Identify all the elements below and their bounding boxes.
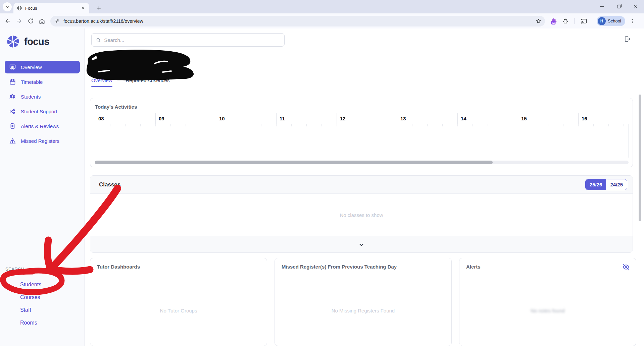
sidebar: focus Overview Timetable	[0, 28, 85, 346]
activities-title: Today's Activities	[95, 104, 137, 110]
search-input[interactable]	[104, 37, 280, 43]
hide-alerts-button[interactable]	[621, 262, 631, 272]
sidebar-search-link-students[interactable]: Students	[5, 278, 80, 291]
window-controls	[594, 0, 644, 13]
hour-cell: 16	[579, 113, 629, 124]
site-info-icon	[54, 18, 60, 24]
reload-button[interactable]	[25, 15, 36, 27]
sidebar-search-link-courses[interactable]: Courses	[5, 291, 80, 304]
card-title: Tutor Dashboards	[97, 264, 140, 270]
search-icon	[96, 37, 101, 43]
year-button-24-25[interactable]: 24/25	[606, 179, 627, 190]
classes-header: Classes 25/26 24/25	[90, 176, 633, 194]
tab-reported-absences[interactable]: Reported Absences	[126, 77, 170, 87]
app-logo: focus	[6, 35, 49, 49]
chevron-down-icon	[358, 241, 365, 248]
tab-overview[interactable]: Overview	[91, 77, 112, 87]
tab-title: Focus	[25, 6, 77, 11]
extension-badge: rw	[551, 21, 555, 24]
focus-aperture-icon	[6, 35, 20, 49]
hour-cell: 12	[337, 113, 397, 124]
app-window: focus Overview Timetable	[0, 28, 644, 346]
extensions-button[interactable]	[560, 15, 571, 27]
main-header	[85, 28, 644, 49]
toolbar-divider	[575, 18, 575, 24]
warning-triangle-icon	[9, 137, 16, 145]
tab-strip: Focus	[0, 0, 644, 13]
timeline-scrollbar-thumb[interactable]	[95, 161, 493, 164]
todays-activities-card: Today's Activities 08 09 10 11 12 13 14 …	[90, 98, 633, 167]
sidebar-item-label: Alerts & Reviews	[21, 123, 59, 129]
close-icon	[633, 4, 638, 9]
sidebar-item-alerts-reviews[interactable]: Alerts & Reviews	[5, 120, 80, 132]
card-empty-message: No Tutor Groups	[90, 308, 267, 313]
sidebar-item-student-support[interactable]: Student Support	[5, 105, 80, 118]
year-button-25-26[interactable]: 25/26	[586, 179, 606, 190]
sidebar-item-label: Timetable	[21, 79, 43, 85]
sidebar-item-timetable[interactable]: Timetable	[5, 75, 80, 88]
chevron-down-icon	[5, 5, 9, 9]
card-title: Alerts	[466, 264, 481, 270]
hour-cell: 11	[277, 113, 337, 124]
logout-icon	[624, 35, 631, 43]
minimize-button[interactable]	[594, 0, 610, 13]
kebab-menu-icon	[630, 18, 635, 24]
url-text: focus.barton.ac.uk/staff/2116/overview	[63, 18, 532, 24]
hour-cell: 09	[156, 113, 216, 124]
sidebar-item-label: Overview	[21, 64, 42, 70]
profile-tabs: Overview Reported Absences	[91, 77, 169, 87]
read-write-extension-icon[interactable]: rw	[550, 17, 558, 25]
profile-chip[interactable]: H School	[597, 16, 625, 26]
logout-button[interactable]	[623, 34, 632, 44]
eye-off-icon	[622, 263, 630, 271]
sidebar-search-link-rooms[interactable]: Rooms	[5, 316, 80, 329]
new-tab-button[interactable]	[94, 3, 103, 13]
hour-cell: 10	[216, 113, 277, 124]
arrow-right-icon	[16, 18, 22, 24]
missed-registers-card: Missed Register(s) From Previous Teachin…	[275, 258, 452, 346]
browser-menu-button[interactable]	[627, 15, 638, 27]
timeline-hours-header: 08 09 10 11 12 13 14 15 16	[95, 113, 629, 124]
home-button[interactable]	[36, 15, 48, 27]
tutor-dashboards-card: Tutor Dashboards No Tutor Groups	[90, 258, 267, 346]
hour-cell: 14	[458, 113, 518, 124]
plus-icon	[96, 6, 101, 11]
cast-button[interactable]	[578, 15, 590, 27]
document-icon	[9, 122, 16, 130]
profile-label: School	[608, 18, 621, 23]
bookmark-star-icon[interactable]	[536, 18, 542, 24]
browser-tab[interactable]: Focus	[13, 3, 89, 13]
hour-cell: 15	[518, 113, 579, 124]
maximize-button[interactable]	[610, 0, 627, 13]
tab-close-icon[interactable]	[80, 5, 86, 11]
sidebar-item-label: Missed Registers	[21, 138, 59, 144]
page: Focus	[0, 0, 644, 346]
sidebar-item-missed-registers[interactable]: Missed Registers	[5, 134, 80, 147]
share-nodes-icon	[9, 108, 16, 115]
timeline-body	[95, 124, 629, 158]
page-scrollbar-thumb[interactable]	[639, 95, 641, 221]
close-window-button[interactable]	[627, 0, 644, 13]
global-search[interactable]	[91, 33, 285, 47]
sidebar-item-students[interactable]: Students	[5, 90, 80, 103]
classes-section: Classes 25/26 24/25 No classes to show	[90, 175, 633, 253]
timeline-ticks	[95, 124, 628, 126]
timeline-scrollbar[interactable]	[95, 161, 629, 164]
dashboard-cards-row: Tutor Dashboards No Tutor Groups Missed …	[90, 258, 636, 346]
classes-expand-button[interactable]	[90, 236, 633, 253]
sidebar-item-overview[interactable]: Overview	[5, 61, 80, 73]
sidebar-search-link-staff[interactable]: Staff	[5, 304, 80, 316]
users-icon	[9, 93, 16, 100]
toolbar-divider	[593, 18, 593, 24]
tab-search-button[interactable]	[3, 2, 12, 11]
home-icon	[39, 18, 45, 24]
presentation-icon	[9, 63, 16, 71]
logo-text: focus	[24, 36, 49, 47]
url-bar[interactable]: focus.barton.ac.uk/staff/2116/overview	[50, 16, 545, 26]
avatar: H	[598, 17, 606, 25]
back-button[interactable]	[2, 15, 13, 27]
minimize-icon	[600, 6, 604, 7]
classes-empty-message: No classes to show	[90, 194, 633, 236]
forward-button[interactable]	[13, 15, 25, 27]
sidebar-search-section: SEARCH Students Courses Staff Rooms	[5, 267, 80, 329]
